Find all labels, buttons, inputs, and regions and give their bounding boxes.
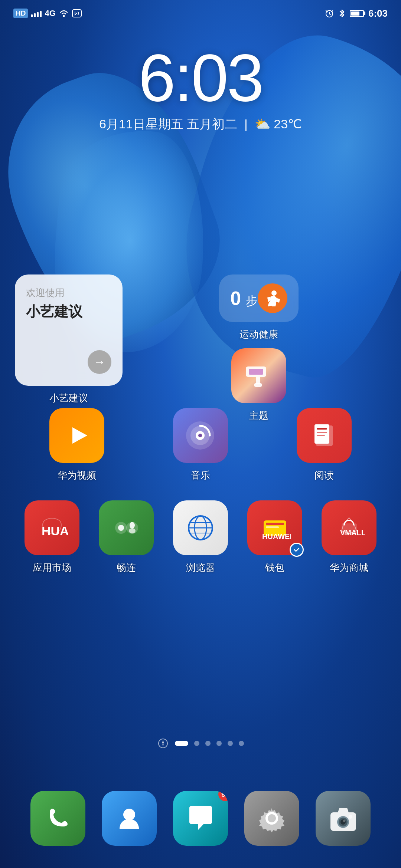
- vmall-icon: VMALL: [322, 500, 376, 555]
- contacts-icon: [102, 791, 157, 846]
- messages-badge: 97: [218, 791, 228, 801]
- phone-icon: [30, 791, 85, 846]
- app-item-vmall[interactable]: VMALL 华为商城: [317, 500, 382, 574]
- svg-rect-15: [317, 428, 327, 430]
- xiaoyi-label: 小艺建议: [49, 392, 88, 405]
- svg-point-3: [271, 290, 277, 296]
- app-item-market[interactable]: HUAWEI 应用市场: [20, 500, 85, 574]
- svg-rect-7: [254, 383, 262, 387]
- steps-unit: 步: [246, 294, 258, 308]
- connect-icon: [99, 500, 154, 555]
- steps-count: 0: [230, 287, 241, 309]
- svg-rect-14: [314, 424, 329, 444]
- dock: 97: [0, 791, 401, 846]
- svg-point-46: [349, 815, 352, 819]
- browser-label: 浏览器: [186, 561, 215, 574]
- app-item-read[interactable]: 阅读: [292, 408, 357, 482]
- page-dot-4: [228, 741, 233, 746]
- clock-time: 6:03: [0, 45, 401, 111]
- video-label: 华为视频: [58, 469, 96, 482]
- dock-item-messages[interactable]: 97: [173, 791, 228, 846]
- svg-point-12: [198, 434, 202, 437]
- svg-marker-8: [72, 427, 87, 444]
- svg-rect-30: [266, 523, 284, 525]
- svg-point-45: [343, 820, 345, 822]
- svg-rect-17: [317, 435, 325, 436]
- market-label: 应用市场: [33, 561, 71, 574]
- apps-row-3: HUAWEI 应用市场 畅连: [15, 500, 386, 574]
- svg-text:HUAWEI: HUAWEI: [262, 532, 291, 540]
- music-icon: [173, 408, 228, 463]
- music-label: 音乐: [191, 469, 210, 482]
- svg-marker-37: [162, 743, 164, 747]
- app-item-connect[interactable]: 畅连: [94, 500, 159, 574]
- camera-icon: [316, 791, 371, 846]
- theme-icon: [231, 348, 286, 403]
- xiaoyi-welcome: 欢迎使用: [26, 286, 111, 299]
- svg-marker-36: [162, 740, 164, 743]
- dock-item-contacts[interactable]: [102, 791, 157, 846]
- clock-date: 6月11日星期五 五月初二 | ⛅ 23℃: [0, 116, 401, 133]
- page-indicators: [0, 737, 401, 749]
- dock-item-settings[interactable]: [244, 791, 299, 846]
- svg-rect-16: [317, 432, 327, 433]
- compass-indicator: [157, 737, 169, 749]
- wallet-badge: [290, 543, 304, 557]
- apps-section: 华为视频 音乐: [15, 408, 386, 593]
- page-dot-2: [205, 741, 211, 746]
- right-widgets: 0 步 运动健康: [131, 274, 386, 422]
- svg-text:HUAWEI: HUAWEI: [42, 524, 68, 538]
- alarm-icon: [325, 9, 334, 18]
- video-icon: [49, 408, 104, 463]
- svg-point-23: [129, 528, 136, 533]
- health-icon: [258, 283, 287, 313]
- connect-label: 畅连: [117, 561, 136, 574]
- battery-indicator: [350, 10, 364, 17]
- health-widget[interactable]: 0 步: [219, 274, 298, 322]
- app-item-wallet[interactable]: HUAWEI 钱包: [242, 500, 307, 574]
- temperature: 23℃: [274, 117, 302, 131]
- svg-point-21: [118, 525, 124, 531]
- svg-rect-5: [249, 369, 263, 375]
- svg-point-38: [123, 809, 135, 821]
- bluetooth-icon: [339, 9, 345, 18]
- xiaoyi-arrow-button[interactable]: →: [88, 350, 111, 374]
- vmall-label: 华为商城: [330, 561, 368, 574]
- status-left: HD 4G: [13, 9, 82, 18]
- xiaoyi-title: 小艺建议: [26, 302, 111, 321]
- clock-section: 6:03 6月11日星期五 五月初二 | ⛅ 23℃: [0, 45, 401, 133]
- nfc-icon: [72, 9, 82, 17]
- status-time: 6:03: [368, 8, 388, 19]
- status-bar: HD 4G: [0, 0, 401, 27]
- wallet-icon: HUAWEI: [247, 500, 302, 555]
- market-icon: HUAWEI: [25, 500, 79, 555]
- wifi-icon: [59, 9, 69, 17]
- status-right: 6:03: [325, 8, 388, 19]
- page-dot-0: [175, 741, 188, 746]
- svg-text:VMALL: VMALL: [340, 529, 365, 537]
- weather-icon: ⛅: [255, 117, 270, 131]
- apps-row-2: 华为视频 音乐: [15, 408, 386, 482]
- dock-item-camera[interactable]: [316, 791, 371, 846]
- hd-label: HD: [13, 9, 28, 18]
- dock-item-phone[interactable]: [30, 791, 85, 846]
- widget-row: 欢迎使用 小艺建议 → 小艺建议 0 步: [15, 274, 386, 422]
- page-dot-5: [239, 741, 244, 746]
- date-text: 6月11日星期五 五月初二: [99, 117, 237, 131]
- browser-icon: [173, 500, 228, 555]
- app-item-browser[interactable]: 浏览器: [168, 500, 233, 574]
- app-item-video[interactable]: 华为视频: [44, 408, 109, 482]
- page-dot-3: [216, 741, 222, 746]
- svg-point-0: [63, 15, 65, 17]
- settings-icon: [244, 791, 299, 846]
- app-item-music[interactable]: 音乐: [168, 408, 233, 482]
- network-type: 4G: [45, 9, 55, 18]
- signal-bars: [31, 10, 42, 17]
- page-dot-1: [194, 741, 199, 746]
- read-icon: [297, 408, 352, 463]
- svg-rect-31: [266, 526, 279, 528]
- messages-icon: 97: [173, 791, 228, 846]
- xiaoyi-widget[interactable]: 欢迎使用 小艺建议 →: [15, 274, 123, 386]
- wallet-label: 钱包: [265, 561, 284, 574]
- health-label: 运动健康: [239, 328, 278, 341]
